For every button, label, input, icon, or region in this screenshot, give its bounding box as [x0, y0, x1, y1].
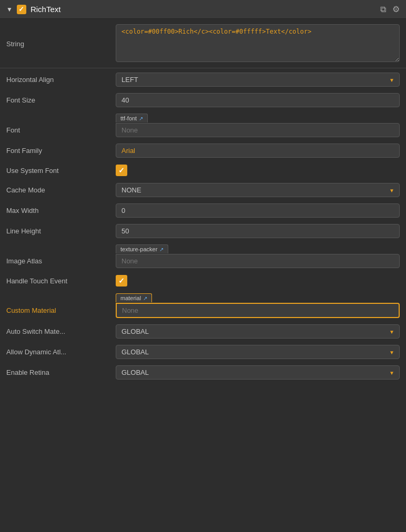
cache-mode-wrapper: NONE BITMAP CHAR: [116, 183, 400, 197]
collapse-arrow-icon[interactable]: ▼: [6, 6, 13, 13]
font-size-row: Font Size 40: [0, 90, 406, 110]
line-height-value-wrapper: 50: [116, 224, 400, 238]
horizontal-align-row: Horizontal Align LEFT CENTER RIGHT: [0, 69, 406, 90]
use-system-font-label: Use System Font: [6, 167, 111, 175]
checkbox-check: ✓: [18, 5, 24, 13]
string-label: String: [6, 40, 111, 48]
font-input[interactable]: [116, 123, 400, 137]
panel-enabled-checkbox[interactable]: ✓: [17, 5, 26, 14]
image-atlas-row: Image Atlas texture-packer ↗: [0, 241, 406, 271]
allow-dynamic-row: Allow Dynamic Atl... GLOBAL ON OFF: [0, 342, 406, 362]
custom-material-wrapper: material ↗: [116, 303, 400, 318]
handle-touch-event-checkbox[interactable]: ✓: [116, 275, 127, 287]
font-family-value-wrapper: Arial: [116, 144, 400, 158]
custom-material-label: Custom Material: [6, 306, 111, 314]
max-width-input[interactable]: 0: [116, 203, 400, 218]
copy-icon[interactable]: ⧉: [380, 5, 386, 14]
material-input[interactable]: [116, 303, 400, 318]
auto-switch-row: Auto Switch Mate... GLOBAL ON OFF: [0, 321, 406, 342]
allow-dynamic-label: Allow Dynamic Atl...: [6, 348, 111, 356]
font-family-input[interactable]: Arial: [116, 144, 400, 158]
font-size-input[interactable]: 40: [116, 93, 400, 107]
font-tab-label: ttf-font: [120, 115, 137, 121]
allow-dynamic-wrapper: GLOBAL ON OFF: [116, 345, 400, 359]
property-rows: String <color=#00ff00>Rich</c><color=#0f…: [0, 19, 406, 385]
use-system-font-value: ✓: [116, 165, 400, 176]
line-height-row: Line Height 50: [0, 221, 406, 241]
max-width-value-wrapper: 0: [116, 203, 400, 218]
panel-header-left: ▼ ✓ RichText: [6, 5, 60, 14]
max-width-row: Max Width 0: [0, 200, 406, 221]
cache-mode-row: Cache Mode NONE BITMAP CHAR: [0, 180, 406, 200]
panel-header: ▼ ✓ RichText ⧉ ⚙: [0, 0, 406, 19]
enable-retina-label: Enable Retina: [6, 369, 111, 376]
panel-title: RichText: [31, 5, 61, 14]
image-atlas-tab[interactable]: texture-packer ↗: [116, 244, 168, 253]
handle-touch-event-value: ✓: [116, 275, 400, 287]
horizontal-align-select[interactable]: LEFT CENTER RIGHT: [116, 73, 400, 87]
image-atlas-input[interactable]: [116, 254, 400, 268]
material-tab[interactable]: material ↗: [116, 293, 152, 302]
font-family-row: Font Family Arial: [0, 140, 406, 161]
horizontal-align-wrapper: LEFT CENTER RIGHT: [116, 73, 400, 87]
use-system-font-row: Use System Font ✓: [0, 161, 406, 180]
cache-mode-label: Cache Mode: [6, 186, 111, 194]
use-system-font-checkbox[interactable]: ✓: [116, 165, 127, 176]
enable-retina-select[interactable]: GLOBAL ON OFF: [116, 365, 400, 380]
material-tab-label: material: [120, 295, 141, 301]
panel-header-icons: ⧉ ⚙: [380, 4, 400, 14]
touch-event-check: ✓: [118, 277, 125, 285]
font-row: Font ttf-font ↗: [0, 110, 406, 140]
auto-switch-wrapper: GLOBAL ON OFF: [116, 324, 400, 339]
handle-touch-event-label: Handle Touch Event: [6, 277, 111, 285]
font-size-value-wrapper: 40: [116, 93, 400, 107]
font-label: Font: [6, 126, 111, 134]
string-textarea[interactable]: <color=#00ff00>Rich</c><color=#0fffff>Te…: [116, 24, 400, 62]
string-row: String <color=#00ff00>Rich</c><color=#0f…: [0, 21, 406, 67]
auto-switch-select[interactable]: GLOBAL ON OFF: [116, 324, 400, 339]
image-atlas-wrapper: texture-packer ↗: [116, 254, 400, 268]
enable-retina-row: Enable Retina GLOBAL ON OFF: [0, 362, 406, 383]
horizontal-align-label: Horizontal Align: [6, 76, 111, 84]
allow-dynamic-select[interactable]: GLOBAL ON OFF: [116, 345, 400, 359]
auto-switch-label: Auto Switch Mate...: [6, 328, 111, 335]
richtext-panel: ▼ ✓ RichText ⧉ ⚙ String <color=#00ff00>R…: [0, 0, 406, 385]
system-font-check: ✓: [118, 166, 125, 175]
line-height-input[interactable]: 50: [116, 224, 400, 238]
custom-material-row: Custom Material material ↗: [0, 290, 406, 321]
image-atlas-tab-label: texture-packer: [120, 246, 157, 252]
material-external-link-icon[interactable]: ↗: [143, 295, 147, 301]
font-family-label: Font Family: [6, 147, 111, 155]
font-size-label: Font Size: [6, 96, 111, 104]
cache-mode-select[interactable]: NONE BITMAP CHAR: [116, 183, 400, 197]
string-value-wrapper: <color=#00ff00>Rich</c><color=#0fffff>Te…: [116, 24, 400, 64]
image-atlas-label: Image Atlas: [6, 257, 111, 265]
font-wrapper: ttf-font ↗: [116, 123, 400, 137]
max-width-label: Max Width: [6, 207, 111, 214]
enable-retina-wrapper: GLOBAL ON OFF: [116, 365, 400, 380]
handle-touch-event-row: Handle Touch Event ✓: [0, 271, 406, 290]
font-tab[interactable]: ttf-font ↗: [116, 114, 148, 122]
separator-1: [0, 68, 406, 68]
image-atlas-external-link-icon[interactable]: ↗: [159, 247, 164, 252]
line-height-label: Line Height: [6, 227, 111, 235]
settings-icon[interactable]: ⚙: [392, 4, 400, 14]
font-external-link-icon[interactable]: ↗: [139, 116, 143, 121]
